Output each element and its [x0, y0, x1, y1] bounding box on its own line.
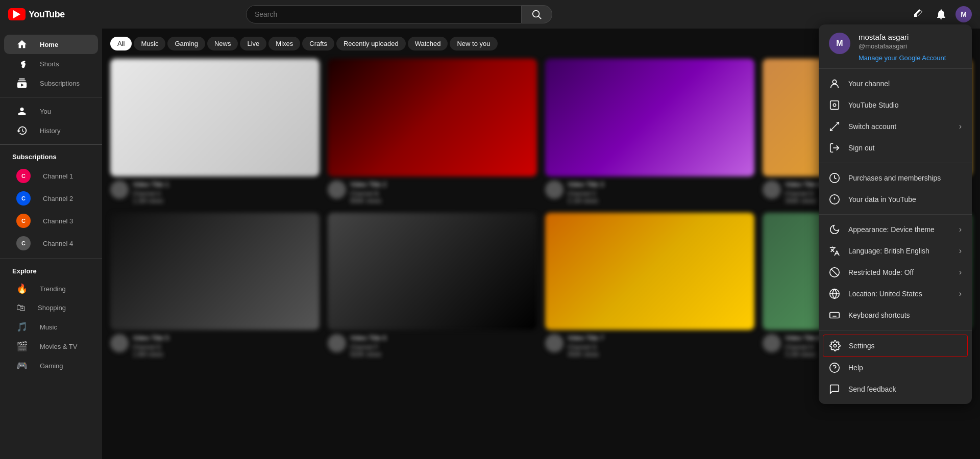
your-channel-label: Your channel: [848, 80, 962, 88]
restricted-mode-label: Restricted Mode: Off: [848, 268, 951, 276]
menu-user-name: mostafa asgari: [859, 33, 962, 41]
send-feedback-label: Send feedback: [848, 385, 962, 393]
menu-user-handle: @mostafaasgari: [859, 42, 962, 50]
menu-item-language[interactable]: Language: British English ›: [819, 240, 972, 262]
sign-out-icon: [829, 142, 840, 154]
menu-item-your-channel[interactable]: Your channel: [819, 73, 972, 94]
feedback-icon: [829, 384, 840, 395]
menu-item-restricted-mode[interactable]: Restricted Mode: Off ›: [819, 262, 972, 283]
language-chevron: ›: [959, 246, 962, 256]
menu-item-help[interactable]: Help: [819, 357, 972, 378]
menu-section-purchases: Purchases and memberships Your data in Y…: [819, 163, 972, 214]
menu-section-account: Your channel YouTube Studio Switch accou…: [819, 69, 972, 163]
menu-item-appearance[interactable]: Appearance: Device theme ›: [819, 219, 972, 240]
svg-point-14: [830, 363, 839, 372]
person-circle-icon: [829, 78, 840, 89]
switch-account-icon: [829, 121, 840, 132]
menu-user-avatar: M: [829, 33, 850, 54]
menu-item-your-data[interactable]: Your data in YouTube: [819, 189, 972, 210]
dropdown-overlay: M mostafa asgari @mostafaasgari Manage y…: [0, 0, 980, 459]
moon-icon: [829, 224, 840, 235]
location-label: Location: United States: [848, 290, 951, 298]
switch-account-chevron: ›: [959, 122, 962, 131]
svg-rect-12: [830, 313, 839, 318]
restricted-chevron: ›: [959, 268, 962, 277]
settings-label: Settings: [849, 342, 961, 350]
svg-rect-3: [830, 101, 839, 110]
data-icon: [829, 194, 840, 205]
keyboard-shortcuts-label: Keyboard shortcuts: [848, 311, 962, 319]
menu-item-sign-out[interactable]: Sign out: [819, 137, 972, 159]
account-dropdown-menu: M mostafa asgari @mostafaasgari Manage y…: [819, 24, 972, 404]
sign-out-label: Sign out: [848, 144, 962, 152]
settings-icon: [829, 340, 841, 351]
appearance-chevron: ›: [959, 225, 962, 234]
language-label: Language: British English: [848, 247, 951, 255]
menu-item-settings[interactable]: Settings: [823, 335, 968, 357]
menu-user-info: mostafa asgari @mostafaasgari Manage you…: [859, 33, 962, 62]
svg-point-2: [832, 80, 836, 84]
menu-section-preferences: Appearance: Device theme › Language: Bri…: [819, 214, 972, 330]
menu-item-youtube-studio[interactable]: YouTube Studio: [819, 94, 972, 116]
menu-item-send-feedback[interactable]: Send feedback: [819, 378, 972, 400]
menu-item-purchases[interactable]: Purchases and memberships: [819, 167, 972, 189]
svg-point-4: [833, 104, 836, 107]
translate-icon: [829, 245, 840, 257]
menu-section-settings: Settings Help Send feedback: [819, 330, 972, 404]
menu-item-switch-account[interactable]: Switch account ›: [819, 116, 972, 137]
help-label: Help: [848, 364, 962, 372]
menu-item-location[interactable]: Location: United States ›: [819, 283, 972, 304]
purchases-icon: [829, 172, 840, 184]
your-data-label: Your data in YouTube: [848, 195, 962, 203]
svg-point-13: [834, 344, 837, 347]
purchases-label: Purchases and memberships: [848, 174, 962, 182]
studio-icon: [829, 99, 840, 111]
appearance-label: Appearance: Device theme: [848, 225, 951, 234]
svg-line-9: [831, 269, 838, 276]
help-icon: [829, 362, 840, 373]
manage-google-account-link[interactable]: Manage your Google Account: [859, 54, 946, 62]
globe-icon: [829, 288, 840, 299]
youtube-studio-label: YouTube Studio: [848, 101, 962, 109]
menu-user-header: M mostafa asgari @mostafaasgari Manage y…: [819, 24, 972, 69]
location-chevron: ›: [959, 289, 962, 298]
restricted-icon: [829, 267, 840, 278]
switch-account-label: Switch account: [848, 122, 951, 131]
keyboard-icon: [829, 310, 840, 321]
menu-item-keyboard-shortcuts[interactable]: Keyboard shortcuts: [819, 304, 972, 326]
